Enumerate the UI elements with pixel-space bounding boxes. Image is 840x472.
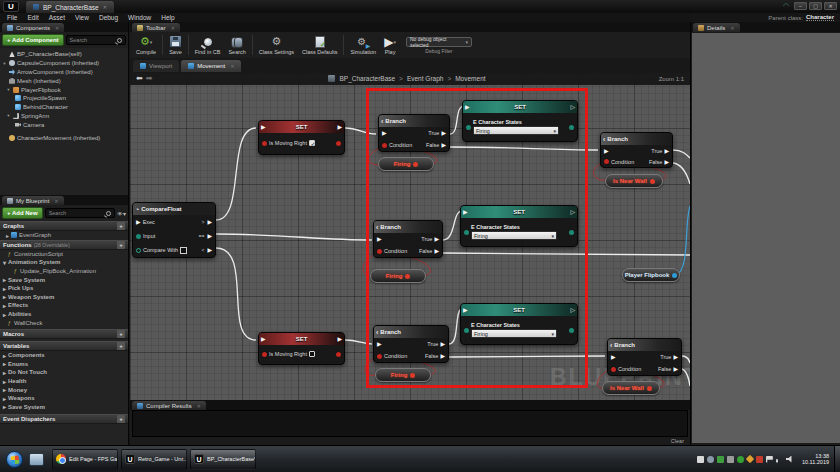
exec-pin[interactable]: ▶ [261, 124, 266, 130]
compile-button[interactable]: ⚙▾ Compile [132, 32, 160, 58]
tab-movement[interactable]: Movement ✕ [181, 60, 241, 72]
component-row[interactable]: BP_CharacterBase(self) [2, 50, 128, 59]
exec-pin[interactable]: ▶ [434, 248, 439, 254]
tray-icon[interactable] [707, 456, 714, 463]
exec-pin[interactable]: ▶ [207, 247, 212, 253]
condition-pin[interactable] [604, 159, 609, 164]
exec-pin[interactable]: ▷ [570, 209, 575, 215]
tray-icon[interactable] [737, 456, 744, 463]
menu-asset[interactable]: Asset [49, 14, 65, 21]
enum-pin[interactable] [569, 230, 574, 235]
event-graph-canvas[interactable]: BLUEPRINT [130, 72, 690, 400]
enum-dropdown[interactable]: Firing▾ [471, 329, 557, 338]
menu-debug[interactable]: Debug [99, 14, 118, 21]
category-enums[interactable]: ▸Enums [0, 360, 128, 369]
breadcrumb-item[interactable]: Event Graph [407, 75, 444, 82]
tab-my-blueprint[interactable]: My Blueprint ✕ [2, 196, 64, 205]
row-update-flipbook-animation[interactable]: ƒUpdate_FlipBook_Animation [0, 267, 128, 276]
node-branch-bottom-right[interactable]: ‹Branch ▶True▶ ConditionFalse▶ [607, 338, 682, 376]
getter-player-flipbook[interactable]: Player Flipbook [622, 268, 680, 282]
exec-pin[interactable]: ▶ [440, 353, 445, 359]
bool-pin[interactable] [647, 386, 652, 391]
section-macros[interactable]: Macros+ [0, 329, 128, 339]
breadcrumb-item[interactable]: Movement [455, 75, 485, 82]
breadcrumb-item[interactable]: BP_CharacterBase [339, 75, 395, 82]
enum-dropdown[interactable]: Firing▾ [473, 126, 559, 135]
getter-is-near-wall[interactable]: Is Near Wall [605, 174, 663, 188]
section-functions[interactable]: Functions(28 Overridable)+ [0, 240, 128, 250]
exec-pin[interactable]: ▶ [434, 236, 439, 242]
bool-pin[interactable] [410, 373, 415, 378]
my-blueprint-search-input[interactable]: Search [45, 208, 115, 218]
getter-firing[interactable]: Firing [375, 368, 431, 382]
category-animation-system[interactable]: ▾Animation System [0, 258, 128, 267]
forward-arrow-icon[interactable]: ➡ [146, 75, 153, 83]
close-icon[interactable]: ✕ [230, 63, 234, 69]
node-set-character-state-middle[interactable]: ▶SET▷ E Character StatesFiring▾ [460, 205, 578, 247]
menu-file[interactable]: File [7, 14, 17, 21]
class-settings-button[interactable]: ⚙ Class Settings [255, 32, 298, 58]
tab-viewport[interactable]: Viewport [133, 60, 179, 72]
exec-pin[interactable]: ▷ [570, 307, 575, 313]
taskbar-app-unreal-project[interactable]: U Retro_Game - Unr... [121, 449, 187, 470]
add-dispatcher-button[interactable]: + [117, 415, 125, 423]
class-defaults-button[interactable]: Class Defaults [298, 32, 341, 58]
enum-pin[interactable] [569, 125, 574, 130]
chevron-down-icon[interactable]: ▾ [393, 39, 396, 45]
category-save-system[interactable]: ▸Save System [0, 275, 128, 284]
close-icon[interactable]: ✕ [730, 25, 734, 31]
add-component-button[interactable]: + Add Component [2, 34, 64, 46]
close-button[interactable]: ✕ [824, 2, 837, 10]
exec-pin[interactable]: ▶ [440, 341, 445, 347]
add-variable-button[interactable]: + [117, 342, 125, 350]
exec-pin[interactable]: ▶ [441, 130, 446, 136]
show-desktop-button[interactable] [834, 446, 840, 472]
category-pick-ups[interactable]: ▸Pick Ups [0, 284, 128, 293]
exec-pin[interactable]: ▶ [337, 336, 342, 342]
taskbar-app-blueprint[interactable]: U BP_CharacterBase* [190, 449, 256, 470]
maximize-button[interactable]: ▢ [809, 2, 822, 10]
bool-checkbox[interactable] [309, 351, 315, 357]
component-row[interactable]: ▾CapsuleComponent (Inherited) [2, 59, 128, 68]
debug-object-dropdown[interactable]: No debug object selected ▾ [406, 37, 472, 47]
search-button[interactable]: Search [224, 32, 249, 58]
exec-pin[interactable]: ▶ [604, 148, 609, 154]
bool-pin[interactable] [336, 141, 341, 146]
clear-button[interactable]: Clear [671, 438, 684, 444]
category-health[interactable]: ▸Health [0, 377, 128, 386]
enum-pin[interactable] [464, 230, 469, 235]
find-in-cb-button[interactable]: Find in CB [191, 32, 225, 58]
exec-pin[interactable]: ▶ [377, 341, 382, 347]
component-row[interactable]: Mesh (Inherited) [2, 76, 128, 85]
exec-pin[interactable]: ▶ [465, 104, 470, 110]
category-weapon-system[interactable]: ▸Weapon System [0, 293, 128, 302]
add-function-button[interactable]: + [117, 241, 125, 249]
exec-pin[interactable]: ▶ [673, 366, 678, 372]
back-arrow-icon[interactable]: ⬅ [136, 75, 143, 83]
node-set-is-moving-right-false[interactable]: ▶SET▶ Is Moving Right [258, 332, 345, 365]
row-wallcheck[interactable]: ƒWallCheck [0, 318, 128, 327]
bool-pin[interactable] [650, 179, 655, 184]
category-do-not-touch[interactable]: ▸Do Not Touch [0, 368, 128, 377]
category-money[interactable]: ▸Money [0, 385, 128, 394]
tab-compiler-results[interactable]: Compiler Results ✕ [132, 401, 206, 410]
getter-is-near-wall[interactable]: Is Near Wall [602, 381, 660, 395]
bool-pin[interactable] [405, 274, 410, 279]
condition-pin[interactable] [377, 354, 382, 359]
close-icon[interactable]: ✕ [171, 25, 175, 31]
close-tab-icon[interactable]: ✕ [103, 4, 107, 10]
tray-icon[interactable] [697, 456, 704, 463]
enum-pin[interactable] [464, 328, 469, 333]
bool-pin[interactable] [262, 141, 267, 146]
component-row[interactable]: BehindCharacter [2, 103, 128, 112]
condition-pin[interactable] [611, 367, 616, 372]
close-icon[interactable]: ✕ [197, 403, 201, 409]
exec-pin[interactable]: ▶ [664, 159, 669, 165]
chevron-down-icon[interactable]: ▾ [150, 39, 153, 45]
row-constructionscript[interactable]: ƒConstructionScript [0, 250, 128, 259]
node-set-is-moving-right-true[interactable]: ▶SET▶ Is Moving Right [258, 120, 345, 155]
node-branch-bottom[interactable]: ‹Branch ▶True▶ ConditionFalse▶ [373, 325, 449, 363]
explorer-icon[interactable] [29, 453, 44, 466]
bool-pin[interactable] [413, 162, 418, 167]
simulation-button[interactable]: ⚙▶ Simulation [346, 32, 380, 58]
